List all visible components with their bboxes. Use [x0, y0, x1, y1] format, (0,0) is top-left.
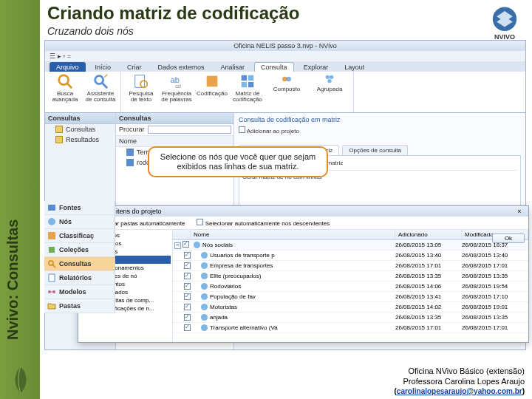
svg-text:cd: cd — [175, 83, 181, 89]
search-input[interactable] — [148, 126, 231, 134]
ribbon-btn-pesquisa-texto[interactable]: Pesquisa de texto — [126, 73, 157, 103]
svg-point-15 — [286, 77, 291, 82]
matrix-icon — [239, 73, 256, 89]
search-icon — [57, 73, 73, 89]
ribbon-btn-composto[interactable]: Composto — [267, 73, 306, 92]
svg-rect-27 — [49, 274, 55, 282]
nav-header: Consultas — [45, 113, 115, 124]
node-icon — [201, 293, 208, 300]
ok-button-area: Ok — [492, 233, 525, 244]
nodes-icon — [47, 217, 56, 226]
table-row-parent[interactable]: − Nós sociais 26/08/2015 13:05 26/08/201… — [173, 240, 528, 250]
rail-relatorios[interactable]: Relatórios — [44, 271, 115, 285]
collapse-icon[interactable]: − — [174, 242, 181, 249]
rail-modelos[interactable]: Modelos — [44, 285, 115, 299]
slide-title: Criando matriz de codificação — [47, 3, 299, 24]
row-checkbox[interactable] — [184, 314, 191, 321]
node-icon — [194, 242, 200, 248]
col-header: Nome — [116, 136, 233, 147]
nav-item-resultados[interactable]: Resultados — [45, 134, 115, 145]
slide-subtitle: Cruzando dois nós — [47, 25, 134, 37]
ribbon-tab-dados[interactable]: Dados externos — [151, 62, 211, 72]
ribbon-tab-inicio[interactable]: Início — [89, 62, 118, 72]
navigation-rail: Fontes Nós Classificaç Coleções Consulta… — [44, 201, 115, 313]
rail-classif[interactable]: Classificaç — [44, 229, 115, 243]
table-row[interactable]: Usuarios de transporte p26/08/2015 13:40… — [173, 250, 528, 261]
svg-rect-9 — [207, 76, 218, 87]
vertical-label: Nvivo: Consultas — [4, 219, 21, 340]
nav-item-consultas[interactable]: Consultas — [45, 124, 115, 134]
close-icon[interactable]: × — [515, 208, 524, 215]
models-icon — [47, 287, 56, 296]
select-items-dialog: Selecionar itens do projeto × Selecionar… — [78, 205, 529, 343]
row-checkbox[interactable] — [184, 252, 191, 259]
row-checkbox[interactable] — [184, 283, 191, 290]
rail-pastas[interactable]: Pastas — [44, 299, 115, 313]
ribbon-tab-explorar[interactable]: Explorar — [297, 62, 335, 72]
row-checkbox[interactable] — [183, 241, 189, 248]
folder-icon — [55, 136, 63, 143]
table-row[interactable]: Rodoviários26/08/2015 14:0626/08/2015 19… — [173, 282, 528, 292]
footer-line1: Oficina NVivo Básico (extensão) — [395, 366, 525, 377]
svg-rect-20 — [126, 159, 134, 166]
leaf-logo — [9, 365, 33, 395]
ribbon-tab-criar[interactable]: Criar — [120, 62, 149, 72]
table-row[interactable]: População de fav26/08/2015 13:4126/08/20… — [173, 292, 528, 302]
rail-colecoes[interactable]: Coleções — [44, 243, 115, 257]
ribbon-tab-layout[interactable]: Layout — [338, 62, 371, 72]
class-icon — [47, 231, 56, 240]
collections-icon — [47, 245, 56, 254]
ribbon-tab-analisar[interactable]: Analisar — [214, 62, 252, 72]
row-checkbox[interactable] — [184, 273, 191, 279]
text-search-icon — [133, 73, 149, 89]
ribbon-tabs: Arquivo Início Criar Dados externos Anal… — [45, 61, 525, 72]
ribbon-btn-matriz[interactable]: Matriz de codificação — [232, 73, 263, 103]
rail-fontes[interactable]: Fontes — [44, 201, 115, 215]
table-row[interactable]: Transporte alternativo (Va26/08/2015 17:… — [173, 323, 528, 333]
svg-rect-10 — [242, 75, 247, 81]
add-project-checkbox[interactable] — [239, 126, 245, 133]
svg-rect-11 — [248, 75, 253, 81]
svg-rect-19 — [126, 149, 134, 156]
svg-point-29 — [52, 290, 55, 293]
ribbon-btn-agrupada[interactable]: Agrupada — [310, 73, 349, 92]
svg-point-2 — [59, 75, 69, 85]
node-icon — [201, 262, 208, 269]
ribbon-tab-file[interactable]: Arquivo — [50, 62, 86, 72]
folder-icon — [55, 126, 63, 133]
node-icon — [201, 304, 208, 310]
ribbon-group-localizar: Busca avançada Assistente de consulta — [45, 72, 121, 112]
ribbon-tab-consulta[interactable]: Consulta — [254, 62, 294, 72]
ok-button[interactable]: Ok — [492, 233, 525, 243]
ribbon-group-criar: Pesquisa de texto abcdFrequência de pala… — [121, 72, 354, 112]
queries-icon — [47, 259, 56, 268]
tab-opcoes[interactable]: Opções de consulta — [342, 145, 408, 155]
svg-point-22 — [48, 218, 55, 225]
table-row[interactable]: anjada26/08/2015 13:3526/08/2015 13:35 — [173, 313, 528, 323]
svg-point-16 — [326, 75, 330, 79]
table-row[interactable]: Elite (preocupados)26/08/2015 13:3526/08… — [173, 271, 528, 282]
svg-rect-24 — [49, 247, 55, 253]
svg-rect-13 — [248, 82, 253, 87]
footer-line2: Professora Carolina Lopes Araujo — [395, 377, 525, 387]
rail-nos[interactable]: Nós — [44, 215, 115, 229]
quick-access: ☰ ▸ ▫ = — [45, 51, 525, 61]
row-checkbox[interactable] — [184, 293, 191, 300]
row-checkbox[interactable] — [184, 324, 191, 331]
add-project-label: Adicionar ao projeto — [247, 128, 299, 134]
ribbon-btn-assistente[interactable]: Assistente de consulta — [85, 73, 116, 103]
annotation-callout: Selecione os nós que você quer que sejam… — [148, 146, 328, 177]
node-icon — [201, 252, 208, 259]
node-icon — [201, 283, 208, 290]
breadcrumb: Consulta de codificação em matriz — [239, 116, 521, 123]
ribbon-btn-busca[interactable]: Busca avançada — [50, 73, 81, 103]
auto-descend-checkbox[interactable]: Selecionar automaticamente nós descenden… — [197, 219, 330, 227]
row-checkbox[interactable] — [184, 262, 191, 269]
row-checkbox[interactable] — [184, 304, 191, 310]
ribbon-btn-freq[interactable]: abcdFrequência de palavras — [161, 73, 192, 103]
table-row[interactable]: Empresa de transportes26/08/2015 17:0126… — [173, 261, 528, 271]
sources-icon — [47, 203, 56, 212]
rail-consultas[interactable]: Consultas — [44, 257, 115, 271]
table-row[interactable]: Motoristas26/08/2015 14:0226/08/2015 19:… — [173, 302, 528, 313]
ribbon-btn-codif[interactable]: Codificação — [197, 73, 228, 97]
